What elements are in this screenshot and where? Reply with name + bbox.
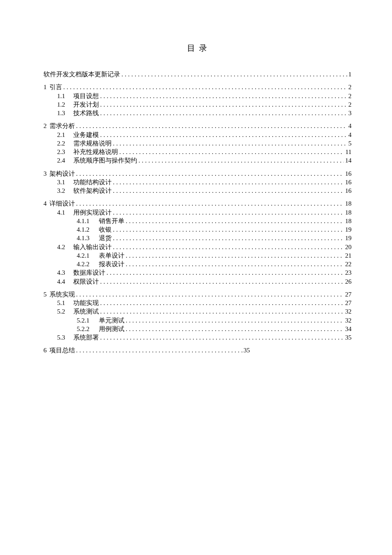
toc-entry-page: 32 xyxy=(345,307,352,316)
toc-entry-text: 数据库设计 xyxy=(73,269,105,276)
toc-entry-page: 27 xyxy=(345,290,352,299)
toc-entry: 1引言2 xyxy=(43,83,352,91)
toc-entry-page: 26 xyxy=(345,277,352,286)
toc-entry-number: 1.1 xyxy=(57,92,73,100)
toc-entry-number: 5.3 xyxy=(57,333,73,342)
toc-entry-page: 23 xyxy=(345,268,352,277)
toc-entry-text: 软件开发文档版本更新记录 xyxy=(43,71,120,78)
toc-leader-dots xyxy=(107,268,344,277)
toc-entry-page: 19 xyxy=(345,225,352,234)
toc-entry: 3.1功能结构设计16 xyxy=(43,178,352,186)
toc-entry: 4.2输入输出设计20 xyxy=(43,243,352,251)
toc-leader-dots xyxy=(113,234,344,242)
toc-entry-text: 销售开单 xyxy=(99,218,124,224)
toc-entry: 4详细设计18 xyxy=(43,199,352,208)
toc-group: 5系统实现275.1功能实现275.2系统测试325.2.1单元测试325.2.… xyxy=(43,290,352,342)
toc-entry-text: 系统顺序图与操作契约 xyxy=(73,157,137,164)
toc-entry-page: 20 xyxy=(345,243,352,251)
toc-entry-page: 35 xyxy=(345,333,352,342)
toc-leader-dots xyxy=(100,92,347,100)
toc-entry: 2.3补充性规格说明11 xyxy=(43,148,352,156)
toc-group: 2需求分析42.1业务建模42.2需求规格说明52.3补充性规格说明112.4系… xyxy=(43,122,352,165)
toc-entry-text: 业务建模 xyxy=(73,131,99,138)
toc-entry-number: 2.1 xyxy=(57,131,73,139)
toc-leader-dots xyxy=(76,169,344,178)
toc-entry: 3.2软件架构设计16 xyxy=(43,186,352,195)
toc-leader-dots xyxy=(76,346,242,355)
toc-entry-label: 3.1功能结构设计 xyxy=(57,178,112,186)
toc-entry-text: 退货 xyxy=(99,235,112,241)
toc-entry-text: 软件架构设计 xyxy=(73,187,112,194)
toc-entry-number: 3.1 xyxy=(57,178,73,186)
toc-entry: 软件开发文档版本更新记录1 xyxy=(43,70,352,78)
toc-entry-text: 功能结构设计 xyxy=(73,179,112,186)
toc-entry-page: 18 xyxy=(345,208,352,217)
toc-entry: 5.1功能实现27 xyxy=(43,299,352,307)
toc-entry-text: 项目总结 xyxy=(49,347,75,354)
toc-entry: 5.3系统部署35 xyxy=(43,333,352,342)
toc-entry-number: 4.1.2 xyxy=(77,225,99,234)
toc-entry-page: 14 xyxy=(345,156,352,165)
toc-leader-dots xyxy=(100,100,347,109)
toc-leader-dots xyxy=(113,139,347,148)
toc-entry-label: 1引言 xyxy=(43,83,62,91)
toc-entry-number: 5.2.1 xyxy=(77,316,99,325)
toc-entry-text: 用例实现设计 xyxy=(73,209,112,216)
toc-entry: 4.1.2收银19 xyxy=(43,225,352,234)
toc-entry-text: 单元测试 xyxy=(99,317,124,324)
toc-entry-text: 收银 xyxy=(99,226,112,233)
toc-entry-page: 34 xyxy=(345,325,352,333)
toc-leader-dots xyxy=(113,243,344,251)
toc-entry-number: 4.2 xyxy=(57,243,73,251)
toc-leader-dots xyxy=(100,307,344,316)
toc-entry-label: 6项目总结 xyxy=(43,346,75,355)
toc-entry-number: 1.3 xyxy=(57,109,73,117)
toc-group: 4详细设计184.1用例实现设计184.1.1销售开单184.1.2收银194.… xyxy=(43,199,352,286)
toc-entry-text: 补充性规格说明 xyxy=(73,148,118,155)
toc-leader-dots xyxy=(100,333,344,342)
toc-list: 软件开发文档版本更新记录11引言21.1项目设想21.2开发计划21.3技术路线… xyxy=(43,70,352,355)
toc-leader-dots xyxy=(76,199,344,208)
toc-entry-label: 4.1用例实现设计 xyxy=(57,208,112,217)
toc-leader-dots xyxy=(100,299,344,307)
toc-entry: 2需求分析4 xyxy=(43,122,352,130)
toc-entry: 5.2.1单元测试32 xyxy=(43,316,352,325)
toc-entry-text: 项目设想 xyxy=(73,93,99,99)
toc-entry-text: 系统实现 xyxy=(49,291,75,298)
toc-entry-label: 5.3系统部署 xyxy=(57,333,99,342)
toc-entry-label: 2.4系统顺序图与操作契约 xyxy=(57,156,137,165)
toc-entry-label: 4.1.1销售开单 xyxy=(77,217,124,225)
toc-entry-page: 4 xyxy=(349,122,352,130)
toc-leader-dots xyxy=(113,186,344,195)
toc-entry-number: 4 xyxy=(43,199,47,208)
toc-entry-text: 输入输出设计 xyxy=(73,244,112,250)
toc-entry-number: 2.3 xyxy=(57,148,73,156)
toc-leader-dots xyxy=(126,217,344,225)
toc-group: 3架构设计163.1功能结构设计163.2软件架构设计16 xyxy=(43,169,352,195)
toc-entry-page: 2 xyxy=(349,83,352,91)
toc-group: 1引言21.1项目设想21.2开发计划21.3技术路线3 xyxy=(43,83,352,117)
toc-entry-label: 1.2开发计划 xyxy=(57,100,99,109)
toc-entry-label: 5.1功能实现 xyxy=(57,299,99,307)
toc-leader-dots xyxy=(76,122,347,130)
toc-entry-page: 27 xyxy=(345,299,352,307)
toc-entry: 5.2系统测试32 xyxy=(43,307,352,316)
toc-entry-number: 4.4 xyxy=(57,277,73,286)
toc-entry-label: 2.1业务建模 xyxy=(57,131,99,139)
toc-entry: 4.2.2报表设计22 xyxy=(43,260,352,268)
toc-entry-label: 4详细设计 xyxy=(43,199,75,208)
toc-leader-dots xyxy=(113,225,344,234)
toc-leader-dots xyxy=(138,156,344,165)
toc-entry: 6项目总结35 xyxy=(43,346,352,355)
toc-entry-label: 5系统实现 xyxy=(43,290,75,299)
toc-entry-page: 3 xyxy=(349,109,352,117)
toc-leader-dots xyxy=(113,208,344,217)
toc-entry-page: 19 xyxy=(345,234,352,242)
toc-leader-dots xyxy=(126,325,344,333)
toc-entry-page: 16 xyxy=(345,178,352,186)
toc-entry-number: 3 xyxy=(43,169,47,178)
toc-entry-number: 1 xyxy=(43,83,47,91)
toc-entry: 4.1用例实现设计18 xyxy=(43,208,352,217)
toc-leader-dots xyxy=(119,148,344,156)
toc-entry-label: 5.2系统测试 xyxy=(57,307,99,316)
